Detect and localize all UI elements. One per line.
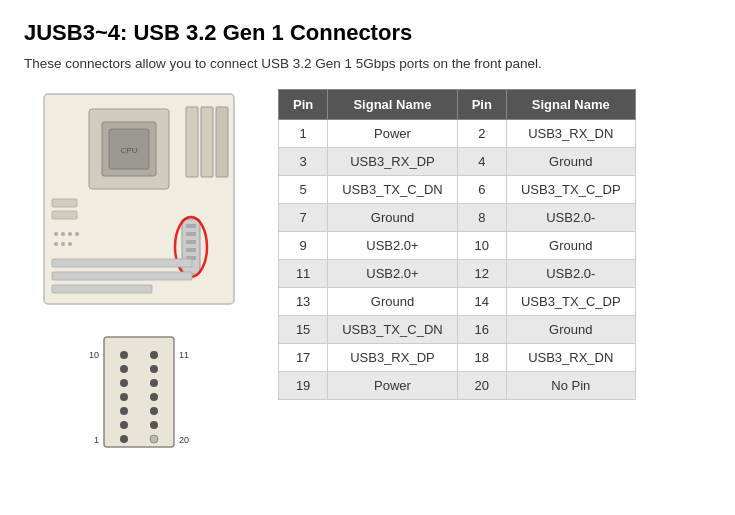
subtitle-text: These connectors allow you to connect US… <box>24 56 711 71</box>
svg-rect-8 <box>52 199 77 207</box>
svg-rect-24 <box>52 259 192 267</box>
signal-name-right: USB3_TX_C_DP <box>506 288 635 316</box>
signal-name-left: USB3_TX_C_DN <box>328 176 457 204</box>
pin-number-left: 7 <box>279 204 328 232</box>
svg-point-40 <box>150 421 158 429</box>
svg-rect-5 <box>186 107 198 177</box>
table-row: 19Power20No Pin <box>279 372 636 400</box>
content-area: CPU <box>24 89 711 457</box>
svg-rect-25 <box>52 272 192 280</box>
pin-number-right: 18 <box>457 344 506 372</box>
signal-name-right: Ground <box>506 316 635 344</box>
pin-number-right: 8 <box>457 204 506 232</box>
table-container: Pin Signal Name Pin Signal Name 1Power2U… <box>278 89 636 400</box>
table-row: 17USB3_RX_DP18USB3_RX_DN <box>279 344 636 372</box>
table-row: 1Power2USB3_RX_DN <box>279 120 636 148</box>
label-20: 20 <box>179 435 189 445</box>
table-row: 3USB3_RX_DP4Ground <box>279 148 636 176</box>
svg-rect-26 <box>52 285 152 293</box>
signal-name-left: USB3_RX_DP <box>328 148 457 176</box>
pin-number-left: 13 <box>279 288 328 316</box>
svg-point-35 <box>150 351 158 359</box>
signal-name-left: Ground <box>328 288 457 316</box>
label-11: 11 <box>179 350 189 360</box>
table-row: 7Ground8USB2.0- <box>279 204 636 232</box>
signal-name-right: USB2.0- <box>506 260 635 288</box>
pin-number-right: 12 <box>457 260 506 288</box>
signal-name-left: Power <box>328 372 457 400</box>
svg-rect-9 <box>52 211 77 219</box>
svg-point-38 <box>150 393 158 401</box>
pin-number-right: 10 <box>457 232 506 260</box>
col-header-pin1: Pin <box>279 90 328 120</box>
svg-point-33 <box>120 421 128 429</box>
table-row: 11USB2.0+12USB2.0- <box>279 260 636 288</box>
pin-number-left: 5 <box>279 176 328 204</box>
svg-point-14 <box>54 242 58 246</box>
svg-point-29 <box>120 365 128 373</box>
svg-rect-21 <box>186 248 196 252</box>
signal-name-left: USB2.0+ <box>328 260 457 288</box>
svg-point-30 <box>120 379 128 387</box>
table-row: 9USB2.0+10Ground <box>279 232 636 260</box>
motherboard-diagram: CPU <box>34 89 244 309</box>
signal-name-right: USB2.0- <box>506 204 635 232</box>
signal-name-right: USB3_TX_C_DP <box>506 176 635 204</box>
signal-name-left: USB3_TX_C_DN <box>328 316 457 344</box>
svg-point-31 <box>120 393 128 401</box>
label-1: 1 <box>94 435 99 445</box>
pin-number-right: 2 <box>457 120 506 148</box>
svg-text:CPU: CPU <box>121 146 138 155</box>
svg-rect-19 <box>186 232 196 236</box>
pin-number-left: 3 <box>279 148 328 176</box>
signal-name-right: Ground <box>506 232 635 260</box>
svg-point-34 <box>120 435 128 443</box>
col-header-signal2: Signal Name <box>506 90 635 120</box>
col-header-signal1: Signal Name <box>328 90 457 120</box>
table-row: 5USB3_TX_C_DN6USB3_TX_C_DP <box>279 176 636 204</box>
pin-number-left: 17 <box>279 344 328 372</box>
svg-rect-18 <box>186 224 196 228</box>
pin-number-right: 14 <box>457 288 506 316</box>
signal-name-left: USB2.0+ <box>328 232 457 260</box>
table-row: 15USB3_TX_C_DN16Ground <box>279 316 636 344</box>
table-row: 13Ground14USB3_TX_C_DP <box>279 288 636 316</box>
pin-number-left: 19 <box>279 372 328 400</box>
svg-rect-7 <box>216 107 228 177</box>
pin-number-left: 9 <box>279 232 328 260</box>
svg-point-28 <box>120 351 128 359</box>
connector-diagram: 10 11 1 20 <box>74 327 204 457</box>
pin-number-left: 11 <box>279 260 328 288</box>
svg-point-15 <box>61 242 65 246</box>
svg-point-41 <box>150 435 158 443</box>
signal-name-left: Ground <box>328 204 457 232</box>
signal-name-right: Ground <box>506 148 635 176</box>
pin-table: Pin Signal Name Pin Signal Name 1Power2U… <box>278 89 636 400</box>
col-header-pin2: Pin <box>457 90 506 120</box>
svg-point-36 <box>150 365 158 373</box>
pin-number-right: 6 <box>457 176 506 204</box>
svg-point-39 <box>150 407 158 415</box>
svg-point-10 <box>54 232 58 236</box>
signal-name-right: USB3_RX_DN <box>506 120 635 148</box>
signal-name-left: USB3_RX_DP <box>328 344 457 372</box>
signal-name-left: Power <box>328 120 457 148</box>
pin-number-left: 15 <box>279 316 328 344</box>
svg-point-32 <box>120 407 128 415</box>
svg-point-12 <box>68 232 72 236</box>
pin-number-left: 1 <box>279 120 328 148</box>
signal-name-right: USB3_RX_DN <box>506 344 635 372</box>
svg-point-11 <box>61 232 65 236</box>
svg-rect-27 <box>104 337 174 447</box>
diagram-area: CPU <box>24 89 254 457</box>
svg-rect-20 <box>186 240 196 244</box>
label-10: 10 <box>89 350 99 360</box>
svg-point-13 <box>75 232 79 236</box>
pin-number-right: 4 <box>457 148 506 176</box>
svg-point-16 <box>68 242 72 246</box>
pin-number-right: 20 <box>457 372 506 400</box>
svg-rect-6 <box>201 107 213 177</box>
page-title: JUSB3~4: USB 3.2 Gen 1 Connectors <box>24 20 711 46</box>
signal-name-right: No Pin <box>506 372 635 400</box>
svg-point-37 <box>150 379 158 387</box>
